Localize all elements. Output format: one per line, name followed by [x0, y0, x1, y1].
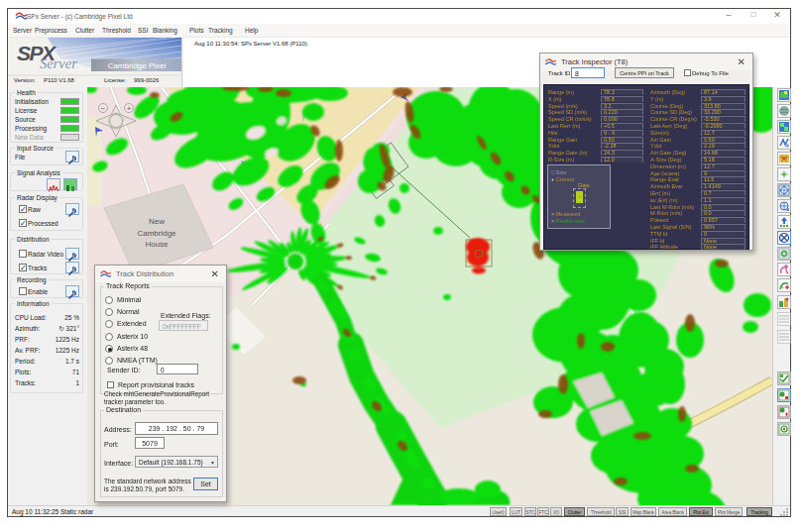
- svg-text:−: −: [101, 104, 106, 113]
- svg-text:New: New: [149, 217, 165, 226]
- svg-text:Cambridge Pixel: Cambridge Pixel: [108, 61, 167, 70]
- svg-text:Cambridge: Cambridge: [137, 229, 176, 238]
- svg-text:999-0026: 999-0026: [134, 77, 160, 83]
- svg-text:P110 V1.68: P110 V1.68: [44, 77, 75, 83]
- svg-text:+: +: [127, 104, 132, 113]
- svg-text:Version:: Version:: [14, 77, 36, 83]
- svg-text:License:: License:: [104, 77, 127, 83]
- svg-text:Server: Server: [40, 55, 77, 71]
- svg-text:House: House: [145, 240, 169, 249]
- svg-text:+: +: [487, 251, 490, 257]
